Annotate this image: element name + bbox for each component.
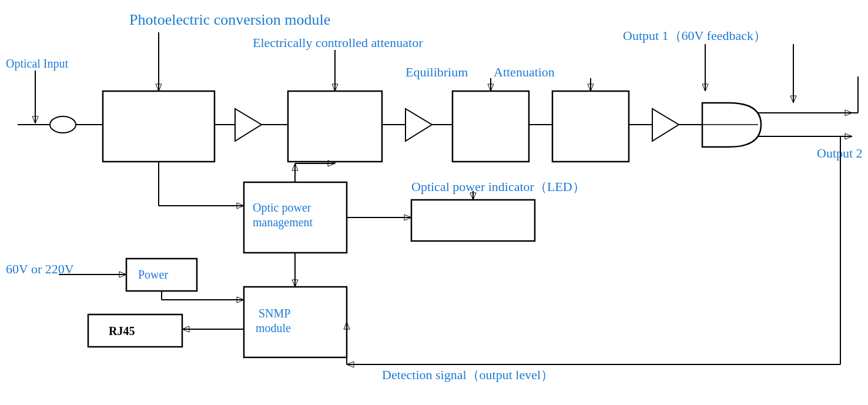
rj45-label: RJ45 (109, 324, 135, 337)
svg-rect-11 (288, 91, 382, 162)
snmp-label-line1: SNMP (259, 307, 290, 320)
optical-input-label: Optical Input (6, 57, 69, 71)
svg-rect-21 (552, 91, 629, 162)
output2-label: Output 2 (817, 146, 863, 160)
svg-marker-9 (235, 109, 262, 141)
optical-power-indicator-label: Optical power indicator（LED） (411, 179, 585, 194)
svg-marker-15 (405, 109, 432, 141)
svg-rect-5 (103, 91, 215, 162)
output1-label: Output 1（60V feedback） (623, 28, 766, 43)
svg-rect-59 (88, 314, 182, 347)
snmp-label-line2: module (256, 322, 291, 334)
power-label: Power (138, 268, 168, 281)
svg-point-2 (50, 116, 76, 133)
svg-rect-45 (411, 200, 535, 241)
elec-attenuator-label: Electrically controlled attenuator (253, 35, 423, 50)
attenuation-label: Attenuation (494, 65, 555, 79)
svg-marker-25 (652, 109, 679, 141)
svg-rect-17 (453, 91, 529, 162)
detection-signal-label: Detection signal（output level） (382, 367, 554, 382)
photoelectric-label: Photoelectric conversion module (129, 11, 330, 28)
opm-label-line1: Optic power (253, 201, 311, 215)
equilibrium-label: Equilibrium (405, 65, 468, 79)
opm-label-line2: management (253, 216, 313, 229)
